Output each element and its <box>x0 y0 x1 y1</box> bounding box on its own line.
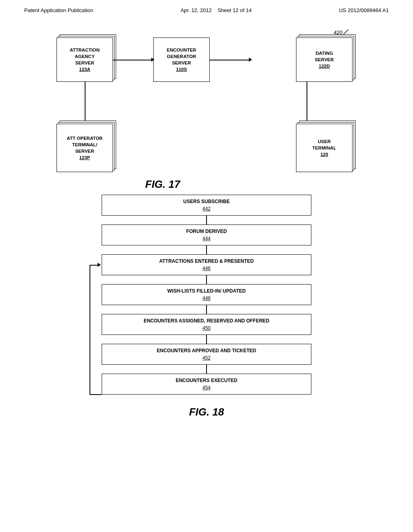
flow-box-text-4: ENCOUNTERS ASSIGNED, RESERVED AND OFFERE… <box>144 318 269 324</box>
encounter-generator-label: ENCOUNTER GENERATOR SERVER 110S <box>167 47 196 73</box>
flow-box-3: WISH-LISTS FILLED-IN/ UPDATED448 <box>102 284 311 305</box>
bracket-vertical <box>90 265 90 395</box>
flow-connector-6 <box>206 365 207 374</box>
attraction-agency-label: ATTRACTION AGENCY SERVER 123A <box>70 47 100 73</box>
connector-att-down <box>85 82 86 122</box>
flow-connector-2 <box>206 245 207 254</box>
fig18-flowchart: USERS SUBSCRIBE442FORUM DERIVED444ATTRAC… <box>65 195 348 399</box>
flow-connector-4 <box>206 305 207 314</box>
flow-box-ref-3: 448 <box>202 295 211 301</box>
encounter-generator-box-wrap: ENCOUNTER GENERATOR SERVER 110S <box>153 37 210 82</box>
flow-box-text-3: WISH-LISTS FILLED-IN/ UPDATED <box>167 288 246 295</box>
flow-box-1: FORUM DERIVED444 <box>102 224 311 245</box>
flow-box-5: ENCOUNTERS APPROVED AND TICKETED452 <box>102 344 311 365</box>
user-terminal-label: USER TERMINAL 120 <box>312 138 336 158</box>
bracket-horizontal-top <box>90 265 98 266</box>
fig17-diagram: 420 DATING SERVER 122D <box>32 25 381 195</box>
arrow-enc-dat <box>249 58 252 62</box>
arrow-att-enc <box>151 58 154 62</box>
flow-box-ref-5: 452 <box>202 355 211 361</box>
bracket-arrow-head <box>98 263 101 267</box>
encounter-generator-box: ENCOUNTER GENERATOR SERVER 110S <box>153 37 210 82</box>
attraction-agency-box: ATTRACTION AGENCY SERVER 123A <box>56 37 113 82</box>
user-terminal-box: USER TERMINAL 120 <box>296 124 353 172</box>
fig17-section: 420 DATING SERVER 122D <box>0 13 413 426</box>
flow-box-ref-4: 450 <box>202 325 211 331</box>
bracket-horizontal-bottom <box>90 394 102 395</box>
user-terminal-stack: USER TERMINAL 120 <box>296 124 353 172</box>
flow-box-2: ATTRACTIONS ENTERED & PRESENTED446 <box>102 254 311 275</box>
dating-server-box: DATING SERVER 122D <box>296 37 353 82</box>
flow-box-4: ENCOUNTERS ASSIGNED, RESERVED AND OFFERE… <box>102 314 311 335</box>
dating-server-stack: DATING SERVER 122D <box>296 37 353 82</box>
flow-connector-3 <box>206 275 207 284</box>
att-operator-stack: ATT OPERATOR TERMINAL/ SERVER 123P <box>56 124 113 172</box>
connector-att-enc <box>113 60 153 60</box>
flow-box-text-1: FORUM DERIVED <box>186 229 227 235</box>
attraction-agency-stack: ATTRACTION AGENCY SERVER 123A <box>56 37 113 82</box>
patent-header: Patent Application Publication Apr. 12, … <box>0 0 413 13</box>
flow-box-text-2: ATTRACTIONS ENTERED & PRESENTED <box>159 258 254 265</box>
flow-box-ref-1: 444 <box>202 236 211 241</box>
flow-connector-1 <box>206 216 207 224</box>
flow-box-ref-0: 442 <box>202 206 211 212</box>
fig18-section: USERS SUBSCRIBE442FORUM DERIVED444ATTRAC… <box>65 195 348 418</box>
header-right: US 2012/0089464 A1 <box>339 7 389 13</box>
flow-box-text-0: USERS SUBSCRIBE <box>183 199 229 205</box>
flow-box-ref-2: 446 <box>202 266 211 271</box>
fig17-label: FIG. 17 <box>145 178 180 191</box>
flow-box-ref-6: 454 <box>202 385 211 391</box>
fig18-label: FIG. 18 <box>65 406 348 418</box>
header-center: Apr. 12, 2012 Sheet 12 of 14 <box>181 7 252 13</box>
dating-server-label: DATING SERVER 122D <box>315 50 334 69</box>
flow-box-0: USERS SUBSCRIBE442 <box>102 195 311 216</box>
flow-box-6: ENCOUNTERS EXECUTED454 <box>102 374 311 395</box>
flow-box-text-6: ENCOUNTERS EXECUTED <box>176 378 238 384</box>
flow-connector-5 <box>206 335 207 344</box>
flow-box-text-5: ENCOUNTERS APPROVED AND TICKETED <box>157 348 256 354</box>
connector-dat-down <box>307 82 307 122</box>
att-operator-label: ATT OPERATOR TERMINAL/ SERVER 123P <box>67 135 103 161</box>
att-operator-box: ATT OPERATOR TERMINAL/ SERVER 123P <box>56 124 113 172</box>
header-left: Patent Application Publication <box>24 7 93 13</box>
connector-enc-dat <box>210 60 250 60</box>
